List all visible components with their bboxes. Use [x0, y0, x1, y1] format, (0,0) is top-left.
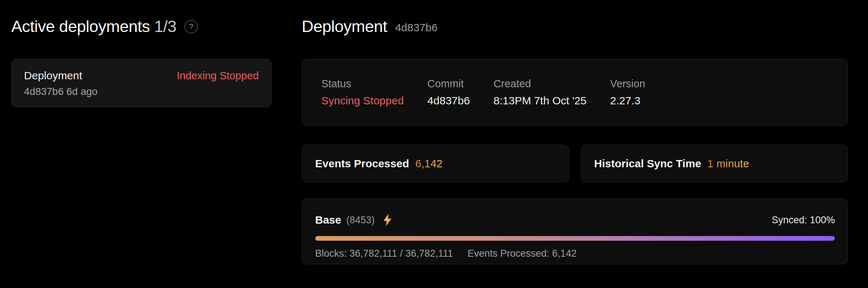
- chain-header: Base (8453) Synced: 100%: [315, 213, 835, 227]
- deployments-page: Active deployments 1/3 ? Deployment Inde…: [0, 0, 868, 264]
- deployment-detail-header: Deployment 4d837b6: [302, 16, 848, 37]
- created-label: Created: [494, 77, 587, 90]
- info-col-status: Status Syncing Stopped: [321, 77, 404, 108]
- sync-progress-fill: [315, 236, 835, 241]
- events-processed-label: Events Processed: [315, 157, 409, 170]
- events-processed-value: 6,142: [415, 157, 442, 170]
- active-deployments-title: Active deployments 1/3: [11, 16, 176, 37]
- deployment-list-item-top: Deployment Indexing Stopped: [24, 68, 259, 83]
- active-deployments-header: Active deployments 1/3 ?: [11, 16, 272, 37]
- active-deployments-panel: Active deployments 1/3 ? Deployment Inde…: [11, 16, 272, 264]
- deployment-name: Deployment: [24, 68, 82, 83]
- metrics-row: Events Processed 6,142 Historical Sync T…: [302, 145, 848, 182]
- status-label: Status: [321, 77, 404, 90]
- info-col-created: Created 8:13PM 7th Oct '25: [494, 77, 587, 108]
- deployment-list-item[interactable]: Deployment Indexing Stopped 4d837b6 6d a…: [11, 59, 272, 107]
- historical-sync-time-card: Historical Sync Time 1 minute: [581, 145, 848, 182]
- synced-percentage: Synced: 100%: [772, 215, 835, 226]
- historical-sync-time-label: Historical Sync Time: [594, 157, 702, 170]
- historical-sync-time-value: 1 minute: [707, 157, 749, 170]
- info-col-version: Version 2.27.3: [610, 77, 646, 108]
- lightning-bolt-icon: [382, 214, 393, 226]
- chain-name: Base: [315, 214, 341, 226]
- version-label: Version: [610, 77, 646, 90]
- commit-value: 4d837b6: [427, 93, 470, 108]
- deployment-detail-panel: Deployment 4d837b6 Status Syncing Stoppe…: [302, 16, 848, 264]
- version-value: 2.27.3: [610, 93, 646, 108]
- sync-progress-bar: [315, 236, 835, 241]
- active-deployments-title-text: Active deployments: [11, 17, 150, 36]
- chain-sync-card: Base (8453) Synced: 100%: [302, 199, 848, 264]
- blocks-stat: Blocks: 36,782,111 / 36,782,111: [315, 247, 453, 260]
- active-deployments-count: 1/3: [154, 17, 176, 36]
- chain-id: (8453): [346, 215, 375, 226]
- deployment-status-badge: Indexing Stopped: [177, 68, 259, 83]
- chain-events-stat: Events Processed: 6,142: [467, 247, 576, 260]
- deployment-detail-title: Deployment: [302, 16, 387, 37]
- info-col-commit: Commit 4d837b6: [427, 77, 470, 108]
- deployment-commit-short: 4d837b6: [395, 21, 438, 34]
- status-value: Syncing Stopped: [321, 93, 404, 108]
- chain-title: Base (8453): [315, 214, 393, 226]
- events-processed-card: Events Processed 6,142: [302, 145, 569, 182]
- help-icon[interactable]: ?: [184, 20, 198, 33]
- created-value: 8:13PM 7th Oct '25: [494, 93, 587, 108]
- commit-label: Commit: [427, 77, 470, 90]
- chain-stats: Blocks: 36,782,111 / 36,782,111 Events P…: [315, 247, 835, 260]
- deployment-info-card: Status Syncing Stopped Commit 4d837b6 Cr…: [302, 59, 848, 126]
- deployment-meta: 4d837b6 6d ago: [24, 85, 259, 98]
